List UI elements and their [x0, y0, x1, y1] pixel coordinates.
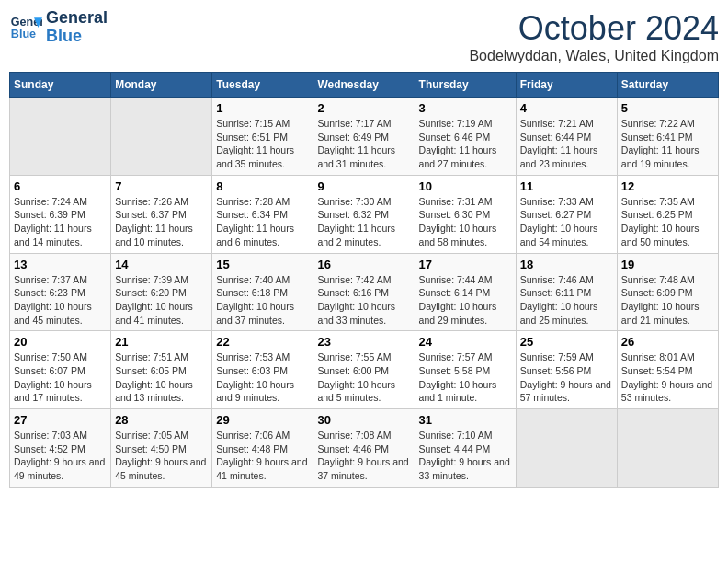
- week-row-4: 20Sunrise: 7:50 AMSunset: 6:07 PMDayligh…: [10, 331, 719, 409]
- week-row-3: 13Sunrise: 7:37 AMSunset: 6:23 PMDayligh…: [10, 253, 719, 331]
- day-number: 1: [216, 101, 309, 115]
- day-info: Sunrise: 7:24 AMSunset: 6:39 PMDaylight:…: [14, 195, 107, 249]
- day-number: 21: [115, 335, 208, 349]
- day-cell: 21Sunrise: 7:51 AMSunset: 6:05 PMDayligh…: [111, 331, 212, 409]
- day-number: 6: [14, 179, 107, 193]
- day-cell: [10, 98, 111, 176]
- day-number: 13: [14, 258, 107, 271]
- day-cell: [617, 409, 718, 488]
- day-cell: 4Sunrise: 7:21 AMSunset: 6:44 PMDaylight…: [516, 98, 617, 176]
- day-number: 12: [621, 179, 714, 193]
- day-info: Sunrise: 7:03 AMSunset: 4:52 PMDaylight:…: [14, 429, 107, 483]
- day-info: Sunrise: 7:53 AMSunset: 6:03 PMDaylight:…: [216, 350, 309, 405]
- logo-line2: Blue: [46, 27, 82, 45]
- day-cell: 22Sunrise: 7:53 AMSunset: 6:03 PMDayligh…: [212, 331, 313, 409]
- column-header-wednesday: Wednesday: [313, 73, 415, 98]
- day-number: 5: [621, 101, 714, 115]
- day-cell: 9Sunrise: 7:30 AMSunset: 6:32 PMDaylight…: [313, 175, 415, 253]
- day-number: 29: [216, 413, 309, 427]
- week-row-2: 6Sunrise: 7:24 AMSunset: 6:39 PMDaylight…: [10, 175, 719, 253]
- day-info: Sunrise: 7:08 AMSunset: 4:46 PMDaylight:…: [317, 429, 410, 483]
- day-cell: 27Sunrise: 7:03 AMSunset: 4:52 PMDayligh…: [10, 409, 111, 488]
- logo: General Blue General Blue: [9, 9, 108, 46]
- day-info: Sunrise: 7:15 AMSunset: 6:51 PMDaylight:…: [216, 117, 309, 171]
- location: Bodelwyddan, Wales, United Kingdom: [469, 48, 719, 64]
- day-number: 30: [317, 413, 410, 427]
- day-cell: 26Sunrise: 8:01 AMSunset: 5:54 PMDayligh…: [617, 331, 718, 409]
- week-row-1: 1Sunrise: 7:15 AMSunset: 6:51 PMDaylight…: [10, 98, 719, 176]
- column-header-monday: Monday: [111, 73, 212, 98]
- day-cell: 31Sunrise: 7:10 AMSunset: 4:44 PMDayligh…: [415, 409, 516, 488]
- day-cell: [111, 98, 212, 176]
- month-title: October 2024: [469, 9, 719, 48]
- page-header: General Blue General Blue October 2024 B…: [9, 9, 719, 64]
- day-cell: [516, 409, 617, 488]
- day-cell: 17Sunrise: 7:44 AMSunset: 6:14 PMDayligh…: [415, 253, 516, 331]
- day-cell: 13Sunrise: 7:37 AMSunset: 6:23 PMDayligh…: [10, 253, 111, 331]
- day-cell: 28Sunrise: 7:05 AMSunset: 4:50 PMDayligh…: [111, 409, 212, 488]
- day-number: 2: [317, 101, 410, 115]
- column-header-thursday: Thursday: [415, 73, 516, 98]
- day-info: Sunrise: 7:31 AMSunset: 6:30 PMDaylight:…: [419, 195, 512, 249]
- svg-text:Blue: Blue: [11, 28, 36, 40]
- title-area: October 2024 Bodelwyddan, Wales, United …: [469, 9, 719, 64]
- day-cell: 2Sunrise: 7:17 AMSunset: 6:49 PMDaylight…: [313, 98, 415, 176]
- day-number: 16: [317, 258, 410, 271]
- day-info: Sunrise: 7:17 AMSunset: 6:49 PMDaylight:…: [317, 117, 410, 171]
- day-info: Sunrise: 7:19 AMSunset: 6:46 PMDaylight:…: [419, 117, 512, 171]
- day-number: 4: [520, 101, 613, 115]
- day-info: Sunrise: 7:06 AMSunset: 4:48 PMDaylight:…: [216, 429, 309, 483]
- day-cell: 11Sunrise: 7:33 AMSunset: 6:27 PMDayligh…: [516, 175, 617, 253]
- day-info: Sunrise: 7:46 AMSunset: 6:11 PMDaylight:…: [520, 273, 613, 327]
- day-number: 28: [115, 413, 208, 427]
- day-number: 26: [621, 335, 714, 349]
- day-info: Sunrise: 7:35 AMSunset: 6:25 PMDaylight:…: [621, 195, 714, 249]
- day-cell: 18Sunrise: 7:46 AMSunset: 6:11 PMDayligh…: [516, 253, 617, 331]
- day-number: 18: [520, 258, 613, 271]
- day-cell: 10Sunrise: 7:31 AMSunset: 6:30 PMDayligh…: [415, 175, 516, 253]
- day-number: 23: [317, 335, 410, 349]
- day-cell: 20Sunrise: 7:50 AMSunset: 6:07 PMDayligh…: [10, 331, 111, 409]
- day-cell: 25Sunrise: 7:59 AMSunset: 5:56 PMDayligh…: [516, 331, 617, 409]
- day-number: 14: [115, 258, 208, 271]
- day-number: 15: [216, 258, 309, 271]
- logo-icon: General Blue: [9, 11, 42, 44]
- day-info: Sunrise: 7:22 AMSunset: 6:41 PMDaylight:…: [621, 117, 714, 171]
- day-number: 3: [419, 101, 512, 115]
- day-number: 24: [419, 335, 512, 349]
- day-info: Sunrise: 8:01 AMSunset: 5:54 PMDaylight:…: [621, 350, 714, 405]
- day-cell: 16Sunrise: 7:42 AMSunset: 6:16 PMDayligh…: [313, 253, 415, 331]
- day-cell: 3Sunrise: 7:19 AMSunset: 6:46 PMDaylight…: [415, 98, 516, 176]
- day-info: Sunrise: 7:59 AMSunset: 5:56 PMDaylight:…: [520, 350, 613, 405]
- day-cell: 1Sunrise: 7:15 AMSunset: 6:51 PMDaylight…: [212, 98, 313, 176]
- day-info: Sunrise: 7:40 AMSunset: 6:18 PMDaylight:…: [216, 273, 309, 327]
- week-row-5: 27Sunrise: 7:03 AMSunset: 4:52 PMDayligh…: [10, 409, 719, 488]
- day-info: Sunrise: 7:57 AMSunset: 5:58 PMDaylight:…: [419, 350, 512, 405]
- day-cell: 19Sunrise: 7:48 AMSunset: 6:09 PMDayligh…: [617, 253, 718, 331]
- day-number: 22: [216, 335, 309, 349]
- day-info: Sunrise: 7:50 AMSunset: 6:07 PMDaylight:…: [14, 350, 107, 405]
- day-number: 8: [216, 179, 309, 193]
- calendar-table: SundayMondayTuesdayWednesdayThursdayFrid…: [9, 72, 719, 488]
- day-info: Sunrise: 7:10 AMSunset: 4:44 PMDaylight:…: [419, 429, 512, 483]
- day-info: Sunrise: 7:42 AMSunset: 6:16 PMDaylight:…: [317, 273, 410, 327]
- day-cell: 24Sunrise: 7:57 AMSunset: 5:58 PMDayligh…: [415, 331, 516, 409]
- day-number: 27: [14, 413, 107, 427]
- header-row: SundayMondayTuesdayWednesdayThursdayFrid…: [10, 73, 719, 98]
- column-header-tuesday: Tuesday: [212, 73, 313, 98]
- day-info: Sunrise: 7:44 AMSunset: 6:14 PMDaylight:…: [419, 273, 512, 327]
- day-number: 31: [419, 413, 512, 427]
- day-cell: 12Sunrise: 7:35 AMSunset: 6:25 PMDayligh…: [617, 175, 718, 253]
- day-info: Sunrise: 7:28 AMSunset: 6:34 PMDaylight:…: [216, 195, 309, 249]
- day-info: Sunrise: 7:30 AMSunset: 6:32 PMDaylight:…: [317, 195, 410, 249]
- day-info: Sunrise: 7:21 AMSunset: 6:44 PMDaylight:…: [520, 117, 613, 171]
- day-number: 25: [520, 335, 613, 349]
- day-number: 9: [317, 179, 410, 193]
- day-cell: 6Sunrise: 7:24 AMSunset: 6:39 PMDaylight…: [10, 175, 111, 253]
- day-cell: 30Sunrise: 7:08 AMSunset: 4:46 PMDayligh…: [313, 409, 415, 488]
- day-info: Sunrise: 7:48 AMSunset: 6:09 PMDaylight:…: [621, 273, 714, 327]
- column-header-saturday: Saturday: [617, 73, 718, 98]
- day-cell: 8Sunrise: 7:28 AMSunset: 6:34 PMDaylight…: [212, 175, 313, 253]
- day-number: 19: [621, 258, 714, 271]
- day-info: Sunrise: 7:26 AMSunset: 6:37 PMDaylight:…: [115, 195, 208, 249]
